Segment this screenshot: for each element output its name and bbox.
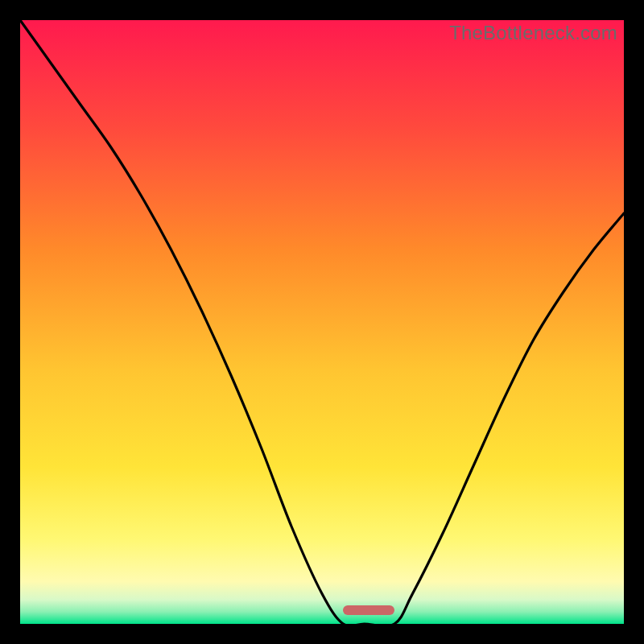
- optimal-marker: [343, 605, 394, 615]
- bottleneck-curve: [20, 20, 624, 624]
- plot-frame: TheBottleneck.com: [20, 20, 624, 624]
